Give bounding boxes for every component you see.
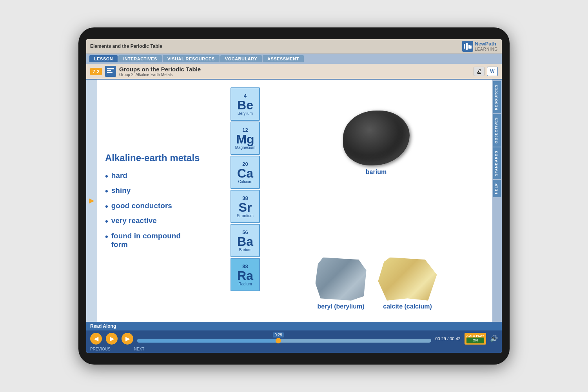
tab-visual-resources[interactable]: VISUAL RESOURCES xyxy=(163,55,220,62)
sidebar-tab-help[interactable]: HELP xyxy=(493,180,501,197)
element-name: Radium xyxy=(238,282,252,286)
beryl-label: beryl (berylium) xyxy=(317,303,364,310)
write-button[interactable]: W xyxy=(487,67,498,76)
bullet-text-reactive: very reactive xyxy=(111,216,157,225)
element-card-ca: 20 Ca Calcium xyxy=(230,156,260,189)
prev-slide-button[interactable]: ► xyxy=(86,80,97,322)
sidebar-tab-standards[interactable]: STANDARDS xyxy=(493,147,501,179)
previous-label: PREVIOUS xyxy=(90,347,111,351)
read-along-bar: Read Along xyxy=(86,322,502,330)
element-symbol: Sr xyxy=(239,201,252,214)
list-item: • shiny xyxy=(105,186,223,196)
minerals-image-row: beryl (berylium) calcite (calcium) xyxy=(268,199,485,314)
element-symbol: Be xyxy=(237,99,253,111)
print-button[interactable]: 🖨 xyxy=(474,67,485,76)
element-name: Barium xyxy=(239,248,252,252)
bullet-dot: • xyxy=(105,201,108,212)
svg-rect-0 xyxy=(464,44,465,49)
main-area: ► Alkaline-earth metals • hard • shiny xyxy=(86,80,502,322)
progress-thumb[interactable] xyxy=(276,338,281,343)
lesson-header-left: 7.2 Groups on the Periodic Table Group 2… xyxy=(90,66,201,77)
content-area: Alkaline-earth metals • hard • shiny • g xyxy=(97,80,492,322)
bullet-text-conductors: good conductors xyxy=(111,201,172,210)
svg-rect-2 xyxy=(468,45,470,49)
element-card-ra: 88 Ra Radium xyxy=(230,258,260,291)
section-title: Alkaline-earth metals xyxy=(105,152,223,163)
right-sidebar: RESOURCES OBJECTIVES STANDARDS HELP xyxy=(492,80,502,322)
progress-fill xyxy=(137,339,278,343)
beryl-block: beryl (berylium) xyxy=(316,258,367,310)
element-symbol: Ba xyxy=(237,235,253,248)
text-section: Alkaline-earth metals • hard • shiny • g xyxy=(105,87,223,314)
images-section: barium beryl (berylium) calcite (calcium… xyxy=(268,87,485,314)
newpath-logo: NewPath LEARNING xyxy=(462,41,498,52)
tab-vocabulary[interactable]: VOCABULARY xyxy=(220,55,262,62)
tablet-device: Elements and the Periodic Table NewPath … xyxy=(78,27,510,365)
play-button[interactable]: ▶ xyxy=(106,333,118,345)
time-display: 00:29 / 00:42 xyxy=(435,336,460,341)
svg-rect-1 xyxy=(466,43,468,50)
lesson-number-badge: 7.2 xyxy=(90,68,102,75)
svg-rect-4 xyxy=(107,68,114,69)
bullet-dot: • xyxy=(105,186,108,196)
tab-assessment[interactable]: ASSESSMENT xyxy=(263,55,304,62)
svg-rect-3 xyxy=(470,45,472,49)
element-card-ba: 56 Ba Barium xyxy=(230,224,260,257)
bullet-list: • hard • shiny • good conductors • xyxy=(105,171,223,249)
list-item: • hard xyxy=(105,171,223,181)
sidebar-tab-objectives[interactable]: OBJECTIVES xyxy=(493,114,501,147)
logo-icon xyxy=(462,41,473,52)
playback-controls: ◀ ▶ ▶ 0:29 00:29 / 00:42 AUTO PLAY ON 🔊 xyxy=(86,330,502,347)
lesson-header-right: 🖨 W xyxy=(474,67,498,76)
bullet-dot: • xyxy=(105,216,108,227)
tab-interactives[interactable]: INTERACTIVES xyxy=(118,55,162,62)
app-title: Elements and the Periodic Table xyxy=(90,44,162,49)
element-name: Magnesium xyxy=(235,145,256,150)
nav-tabs: LESSON INTERACTIVES VISUAL RESOURCES VOC… xyxy=(86,54,502,64)
beryl-image xyxy=(316,258,367,301)
list-item: • found in compoundform xyxy=(105,232,223,249)
element-name: Berylium xyxy=(238,111,253,116)
sidebar-tab-resources[interactable]: RESOURCES xyxy=(493,81,501,113)
element-symbol: Ra xyxy=(237,269,253,282)
calcite-block: calcite (calcium) xyxy=(378,258,437,310)
element-name: Calcium xyxy=(238,180,252,184)
volume-button[interactable]: 🔊 xyxy=(490,335,498,342)
logo-sub: LEARNING xyxy=(475,47,498,51)
lesson-header: 7.2 Groups on the Periodic Table Group 2… xyxy=(86,64,502,80)
title-bar: Elements and the Periodic Table NewPath … xyxy=(86,39,502,54)
autoplay-label: AUTO PLAY xyxy=(466,334,484,338)
bullet-dot: • xyxy=(105,232,108,242)
calcite-image xyxy=(378,258,437,301)
barium-image xyxy=(343,111,410,165)
bullet-text-shiny: shiny xyxy=(111,186,131,195)
element-card-mg: 12 Mg Magnesium xyxy=(230,122,260,155)
logo-text: NewPath LEARNING xyxy=(475,41,498,51)
lesson-title-main: Groups on the Periodic Table xyxy=(119,66,201,73)
tablet-screen: Elements and the Periodic Table NewPath … xyxy=(86,39,502,353)
bullet-dot: • xyxy=(105,171,108,181)
autoplay-state: ON xyxy=(466,338,484,343)
bullet-text-hard: hard xyxy=(111,171,127,180)
element-symbol: Ca xyxy=(237,167,253,180)
lesson-title-block: Groups on the Periodic Table Group 2- Al… xyxy=(119,66,201,77)
element-name: Strontium xyxy=(237,214,254,218)
list-item: • good conductors xyxy=(105,201,223,212)
barium-label: barium xyxy=(366,169,387,176)
periodic-table-column: 4 Be Berylium 12 Mg Magnesium 20 Ca Calc… xyxy=(230,87,260,314)
read-along-label: Read Along xyxy=(90,323,116,329)
svg-rect-5 xyxy=(107,70,111,71)
nav-labels: PREVIOUS NEXT xyxy=(86,347,502,353)
next-button[interactable]: ▶ xyxy=(122,333,133,345)
time-marker: 0:29 xyxy=(273,332,283,338)
progress-track[interactable] xyxy=(137,339,431,343)
progress-container: 0:29 xyxy=(137,339,431,343)
calcite-label: calcite (calcium) xyxy=(383,303,432,310)
next-label: NEXT xyxy=(134,347,145,351)
lesson-title-sub: Group 2- Alkaline-Earth Metals xyxy=(119,73,201,77)
autoplay-button[interactable]: AUTO PLAY ON xyxy=(465,333,486,345)
logo-svg xyxy=(463,42,472,51)
previous-button[interactable]: ◀ xyxy=(90,333,102,345)
element-card-sr: 38 Sr Strontium xyxy=(230,190,260,223)
tab-lesson[interactable]: LESSON xyxy=(89,55,118,62)
